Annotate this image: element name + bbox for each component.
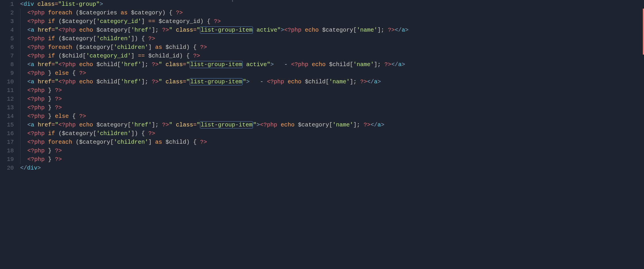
- line-number: 20: [0, 164, 14, 172]
- code-line[interactable]: <?php } ?>: [20, 103, 644, 112]
- code-line[interactable]: <a href="<?php echo $category['href']; ?…: [20, 26, 644, 34]
- line-number: 13: [0, 103, 14, 112]
- code-line[interactable]: <?php } ?>: [20, 95, 644, 103]
- code-line[interactable]: <?php } else { ?>: [20, 112, 644, 121]
- line-number: 4: [0, 26, 14, 34]
- line-number: 12: [0, 95, 14, 103]
- line-number: 18: [0, 147, 14, 155]
- line-number: 2: [0, 9, 14, 17]
- code-line[interactable]: <a href="<?php echo $child['href']; ?>" …: [20, 78, 644, 86]
- code-line[interactable]: <div class="list-group">: [20, 0, 644, 9]
- line-number: 14: [0, 112, 14, 121]
- code-line[interactable]: <?php if ($category['children']) { ?>: [20, 34, 644, 43]
- code-editor[interactable]: 1234567891011121314151617181920 <div cla…: [0, 0, 644, 269]
- line-number: 8: [0, 60, 14, 69]
- line-number: 7: [0, 52, 14, 60]
- line-number: 17: [0, 138, 14, 147]
- code-line[interactable]: <a href="<?php echo $child['href']; ?>" …: [20, 60, 644, 69]
- ruler-mark: [232, 0, 233, 2]
- line-number: 10: [0, 78, 14, 86]
- code-line[interactable]: <?php foreach ($category['children'] as …: [20, 43, 644, 52]
- line-number: 11: [0, 86, 14, 95]
- code-line[interactable]: <?php if ($category['children']) { ?>: [20, 129, 644, 138]
- minimap-indicator: [643, 9, 644, 55]
- line-number: 3: [0, 17, 14, 26]
- code-line[interactable]: </div>: [20, 164, 644, 172]
- code-line[interactable]: <?php if ($child['category_id'] == $chil…: [20, 52, 644, 60]
- line-number: 6: [0, 43, 14, 52]
- code-line[interactable]: <?php if ($category['category_id'] == $c…: [20, 17, 644, 26]
- line-number-gutter: 1234567891011121314151617181920: [0, 0, 20, 269]
- line-number: 1: [0, 0, 14, 9]
- code-line[interactable]: <?php } ?>: [20, 86, 644, 95]
- code-line[interactable]: <a href="<?php echo $category['href']; ?…: [20, 121, 644, 129]
- line-number: 5: [0, 34, 14, 43]
- code-line[interactable]: <?php foreach ($categories as $category)…: [20, 9, 644, 17]
- code-line[interactable]: <?php } ?>: [20, 147, 644, 155]
- code-line[interactable]: <?php } ?>: [20, 155, 644, 164]
- code-line[interactable]: <?php foreach ($category['children'] as …: [20, 138, 644, 147]
- code-content[interactable]: <div class="list-group"> <?php foreach (…: [20, 0, 644, 269]
- line-number: 19: [0, 155, 14, 164]
- line-number: 9: [0, 69, 14, 78]
- line-number: 16: [0, 129, 14, 138]
- code-line[interactable]: <?php } else { ?>: [20, 69, 644, 78]
- line-number: 15: [0, 121, 14, 129]
